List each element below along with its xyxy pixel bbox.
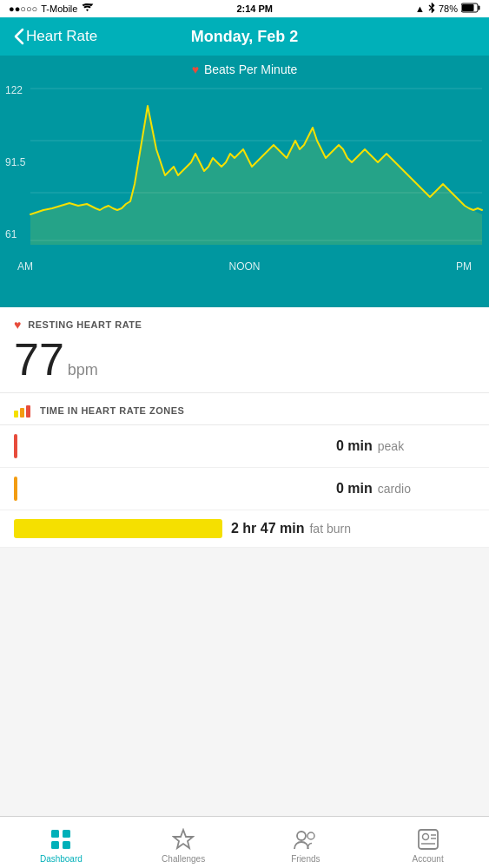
tab-account[interactable]: Account <box>367 822 489 864</box>
peak-label: peak <box>378 439 404 453</box>
nav-bar: Heart Rate Monday, Feb 2 <box>0 17 489 56</box>
fatburn-label: fat burn <box>309 522 350 536</box>
chart-area: 122 91.5 61 AM NOON PM <box>0 80 489 279</box>
peak-bar-container <box>26 438 327 454</box>
chart-legend: ♥ Beats Per Minute <box>0 56 489 80</box>
resting-value: 77 bpm <box>14 337 475 382</box>
friends-tab-label: Friends <box>291 854 320 864</box>
back-button[interactable]: Heart Rate <box>14 28 97 45</box>
resting-title: RESTING HEART RATE <box>28 319 142 330</box>
legend-label: Beats Per Minute <box>204 62 297 76</box>
battery-label: 78% <box>439 3 458 14</box>
zones-title: TIME IN HEART RATE ZONES <box>40 405 184 416</box>
fatburn-info: 2 hr 47 min fat burn <box>231 521 370 536</box>
carrier-label: T-Mobile <box>41 3 77 14</box>
zones-header: TIME IN HEART RATE ZONES <box>0 393 489 425</box>
status-bar: ●●○○○ T-Mobile 2:14 PM ▲ 78% <box>0 0 489 17</box>
cardio-info: 0 min cardio <box>336 481 475 496</box>
svg-rect-10 <box>14 411 18 418</box>
zone-row-cardio: 0 min cardio <box>0 468 489 510</box>
cardio-bar-container <box>26 481 327 496</box>
zone-row-peak: 0 min peak <box>0 425 489 468</box>
chart-svg <box>0 80 489 253</box>
content-area: ♥ RESTING HEART RATE 77 bpm TIME IN HEAR… <box>0 307 489 548</box>
account-tab-label: Account <box>413 854 444 864</box>
challenges-tab-label: Challenges <box>162 854 205 864</box>
svg-rect-13 <box>51 830 59 838</box>
tab-friends[interactable]: Friends <box>245 822 367 864</box>
x-label-pm: PM <box>456 260 472 273</box>
status-time: 2:14 PM <box>236 3 273 14</box>
location-icon: ▲ <box>415 3 425 14</box>
status-right: ▲ 78% <box>415 3 480 15</box>
resting-number: 77 <box>14 337 64 382</box>
peak-indicator <box>14 434 17 458</box>
svg-rect-16 <box>63 841 70 849</box>
heart-icon: ♥ <box>192 62 199 76</box>
svg-point-19 <box>307 832 314 839</box>
zones-icon <box>14 404 33 418</box>
account-icon <box>416 827 440 852</box>
friends-icon <box>294 827 318 852</box>
x-axis-labels: AM NOON PM <box>0 253 489 279</box>
battery-icon <box>461 3 480 15</box>
zones-list: 0 min peak 0 min cardio 2 hr 47 min fat … <box>0 425 489 548</box>
x-label-noon: NOON <box>229 260 261 273</box>
dashboard-icon <box>49 827 73 852</box>
peak-info: 0 min peak <box>336 438 475 454</box>
svg-rect-14 <box>63 830 70 838</box>
back-label: Heart Rate <box>26 28 97 45</box>
svg-marker-17 <box>174 830 193 848</box>
peak-time: 0 min <box>336 438 373 454</box>
svg-point-21 <box>422 833 428 839</box>
cardio-time: 0 min <box>336 481 373 496</box>
svg-rect-15 <box>51 841 59 849</box>
fatburn-bar-container <box>14 519 222 538</box>
svg-rect-12 <box>26 405 30 418</box>
svg-marker-9 <box>30 106 482 245</box>
wifi-icon <box>81 3 94 15</box>
tab-bar: Dashboard Challenges Friends <box>0 816 489 868</box>
svg-rect-11 <box>20 408 24 418</box>
resting-unit: bpm <box>68 361 98 379</box>
svg-rect-3 <box>478 6 479 10</box>
resting-heart-rate-section: ♥ RESTING HEART RATE 77 bpm <box>0 307 489 393</box>
challenges-icon <box>171 827 195 852</box>
resting-heart-icon: ♥ <box>14 318 21 332</box>
svg-rect-4 <box>462 4 474 11</box>
nav-title: Monday, Feb 2 <box>191 28 299 46</box>
zone-row-fatburn: 2 hr 47 min fat burn <box>0 510 489 548</box>
resting-header: ♥ RESTING HEART RATE <box>14 318 475 332</box>
dashboard-tab-label: Dashboard <box>40 854 83 864</box>
tab-dashboard[interactable]: Dashboard <box>0 822 122 864</box>
cardio-label: cardio <box>378 482 411 496</box>
signal-dots: ●●○○○ <box>9 3 37 14</box>
tab-challenges[interactable]: Challenges <box>122 822 245 864</box>
heart-rate-chart: ♥ Beats Per Minute 122 91.5 61 AM NOON P… <box>0 56 489 307</box>
status-left: ●●○○○ T-Mobile <box>9 3 94 15</box>
fatburn-time: 2 hr 47 min <box>231 521 304 536</box>
svg-point-18 <box>297 832 306 840</box>
x-label-am: AM <box>17 260 33 273</box>
cardio-indicator <box>14 477 17 501</box>
bluetooth-icon <box>428 3 435 15</box>
